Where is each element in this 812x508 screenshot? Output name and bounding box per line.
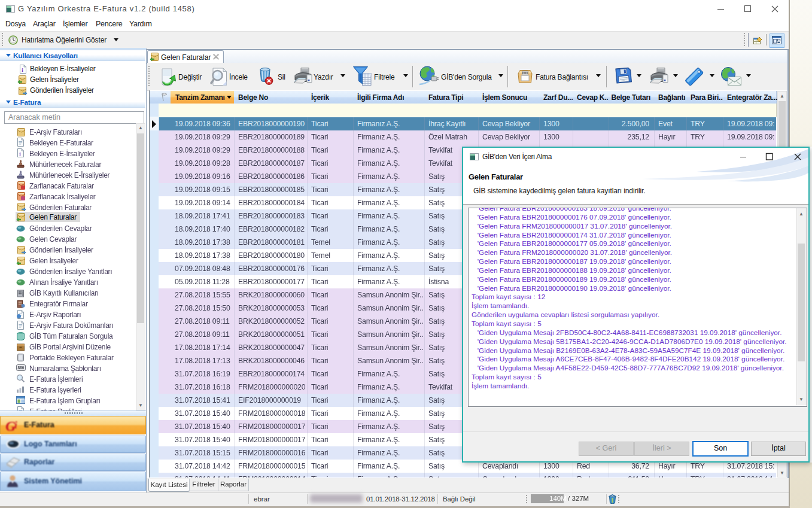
svg-text:880: 880 xyxy=(18,366,25,370)
